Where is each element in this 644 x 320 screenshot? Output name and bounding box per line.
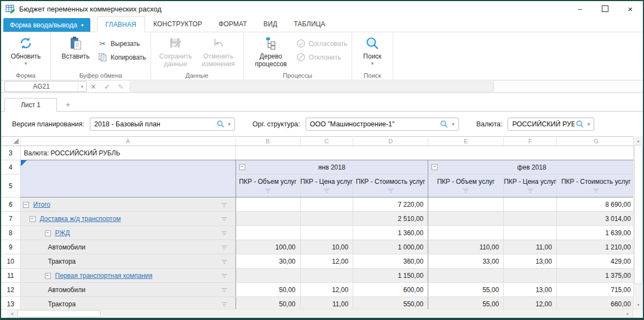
cut-button[interactable]: ✂ Вырезать (98, 39, 146, 48)
filter-icon[interactable] (221, 273, 228, 278)
data-cell[interactable] (300, 269, 353, 283)
data-cell[interactable] (504, 197, 557, 212)
data-cell[interactable]: 10,00 (300, 240, 353, 254)
data-cell[interactable]: 12,00 (300, 254, 353, 269)
column-letter[interactable]: E (428, 137, 504, 146)
data-cell[interactable]: 50,00 (235, 283, 300, 297)
measure-header[interactable]: ПКР - Цена услуг (300, 174, 353, 197)
filter-icon[interactable] (593, 188, 600, 193)
data-cell[interactable] (300, 226, 353, 240)
data-cell[interactable]: 429,00 (556, 254, 635, 269)
data-cell[interactable] (428, 212, 504, 226)
collapse-icon[interactable]: − (23, 202, 29, 208)
data-cell[interactable]: 660,00 (556, 297, 635, 310)
select-all-corner[interactable] (1, 137, 20, 146)
data-cell[interactable]: 12,00 (504, 297, 557, 310)
data-cell[interactable]: 13,00 (504, 283, 557, 297)
process-tree-button[interactable]: Дерево процессов (248, 34, 294, 68)
filter-icon[interactable] (221, 287, 228, 293)
save-data-button[interactable]: Сохранить данные (156, 34, 196, 68)
reject-button[interactable]: Отклонить (296, 53, 347, 62)
filter-combo[interactable]: ООО "Машиностроение-1"▾ (306, 118, 459, 131)
month-group-header[interactable]: −фев 2018 (428, 160, 636, 174)
search-icon[interactable] (574, 120, 585, 129)
data-cell[interactable] (235, 212, 300, 226)
maximize-button[interactable] (593, 1, 618, 16)
column-letter[interactable]: G (556, 137, 635, 146)
column-letter[interactable]: A (20, 137, 235, 146)
chevron-down-icon[interactable]: ▾ (78, 82, 86, 91)
row-label-link[interactable]: Доставка ж/д транспортом (40, 215, 121, 223)
row-label-link[interactable]: РЖД (55, 229, 70, 237)
add-sheet-button[interactable]: + (57, 98, 79, 111)
data-cell[interactable]: 1 150,00 (353, 269, 428, 283)
column-letter[interactable]: B (235, 137, 300, 146)
paste-button[interactable]: Вставить (55, 34, 96, 60)
data-cell[interactable]: 1 360,00 (353, 226, 428, 240)
empty-cell[interactable] (235, 146, 635, 160)
data-cell[interactable] (504, 226, 557, 240)
row-header-cell[interactable]: −Доставка ж/д транспортом (20, 212, 235, 226)
cancel-entry-icon[interactable]: ✕ (87, 83, 100, 91)
data-cell[interactable]: 1 639,00 (556, 226, 635, 240)
row-header-cell[interactable]: Автомобили (20, 283, 235, 297)
ribbon-tab[interactable]: ТАБЛИЦА (285, 16, 334, 32)
scroll-up-icon[interactable]: ▴ (634, 136, 643, 145)
chevron-down-icon[interactable]: ▾ (450, 121, 458, 127)
data-cell[interactable]: 11,00 (300, 297, 353, 310)
measure-header[interactable]: ПКР - Объем услуг (428, 174, 504, 197)
minimize-button[interactable]: – (567, 1, 593, 16)
data-cell[interactable]: 50,00 (235, 297, 300, 310)
data-cell[interactable]: 1 000,00 (353, 240, 428, 254)
data-cell[interactable]: 715,00 (556, 283, 635, 297)
data-cell[interactable]: 55,00 (428, 283, 504, 297)
measure-header[interactable]: ПКР - Стоимость услуг (556, 174, 635, 197)
data-cell[interactable] (235, 269, 300, 283)
data-cell[interactable] (235, 226, 300, 240)
row-label-link[interactable]: Первая транспортная компания (55, 272, 153, 280)
filter-icon[interactable] (221, 259, 228, 264)
sheet-tab[interactable]: Лист 1 (4, 98, 57, 112)
scroll-left-icon[interactable]: ◂ (7, 310, 16, 318)
data-cell[interactable]: 11,00 (504, 240, 557, 254)
row-header-cell[interactable]: −РЖД (20, 226, 235, 240)
data-cell[interactable] (428, 269, 504, 283)
filter-icon[interactable] (221, 301, 228, 307)
data-cell[interactable]: 13,00 (504, 254, 557, 269)
data-cell[interactable]: 30,00 (235, 254, 300, 269)
filter-icon[interactable] (221, 216, 228, 222)
data-cell[interactable]: 110,00 (428, 240, 504, 254)
undo-changes-button[interactable]: Отменить изменения (198, 34, 239, 68)
data-cell[interactable] (300, 197, 353, 212)
row-header-cell[interactable]: Автомобили (20, 240, 235, 254)
ribbon-tab[interactable]: КОНСТРУКТОР (145, 16, 210, 32)
search-icon[interactable] (439, 120, 450, 129)
data-cell[interactable]: 600,00 (353, 283, 428, 297)
close-button[interactable]: × (618, 1, 643, 16)
currency-info-cell[interactable]: Валюта: РОССИЙСКИЙ РУБЛЬ (20, 146, 235, 160)
measure-header[interactable]: ПКР - Объем услуг (235, 174, 300, 197)
confirm-entry-icon[interactable]: ✓ (100, 83, 114, 91)
chevron-down-icon[interactable]: ▾ (585, 121, 594, 127)
horizontal-scroll-thumb[interactable] (18, 310, 101, 317)
search-button[interactable]: Поиск ▾ (357, 34, 388, 66)
data-cell[interactable]: 100,00 (235, 240, 300, 254)
filter-icon[interactable] (221, 202, 228, 207)
filter-combo[interactable]: 2018 - Базовый план▾ (90, 118, 235, 131)
ribbon-tab[interactable]: ГЛАВНАЯ (97, 16, 145, 32)
month-group-header[interactable]: −янв 2018 (235, 160, 428, 174)
data-cell[interactable]: 55,00 (428, 297, 504, 310)
collapse-icon[interactable]: − (30, 216, 36, 222)
data-cell[interactable]: 33,00 (428, 254, 504, 269)
edit-formula-icon[interactable]: ✎ (114, 83, 128, 91)
copy-button[interactable]: Копировать (98, 53, 146, 62)
filter-icon[interactable] (527, 188, 534, 193)
scroll-down-icon[interactable]: ▾ (634, 300, 643, 309)
collapse-icon[interactable]: − (432, 164, 438, 170)
chevron-down-icon[interactable]: ▾ (226, 121, 235, 127)
form-io-button[interactable]: Форма ввода/вывода ▾ (3, 18, 90, 32)
data-cell[interactable]: 1 210,00 (556, 240, 635, 254)
vertical-scroll-thumb[interactable] (634, 145, 642, 284)
vertical-scrollbar[interactable]: ▴ ▾ (633, 136, 643, 309)
filter-icon[interactable] (221, 245, 228, 250)
